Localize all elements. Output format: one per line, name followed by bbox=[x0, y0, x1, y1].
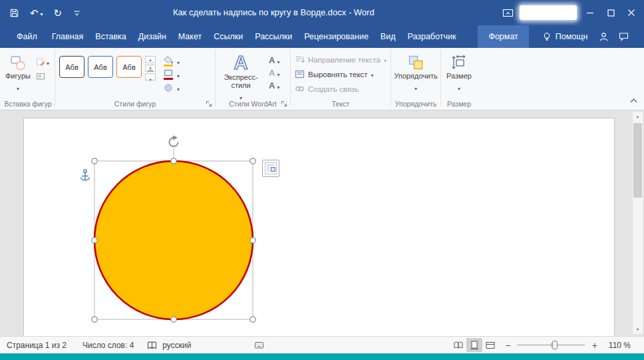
arrange-label: Упорядочить bbox=[394, 72, 437, 80]
selection-handle-s[interactable] bbox=[171, 317, 176, 322]
group-label-shape-styles: Стили фигур bbox=[55, 100, 215, 108]
tab-format-active[interactable]: Формат bbox=[478, 25, 528, 48]
selection-handle-w[interactable] bbox=[92, 238, 97, 243]
tab-references[interactable]: Ссылки bbox=[208, 25, 249, 48]
read-mode-button[interactable] bbox=[450, 338, 466, 352]
word-count[interactable]: Число слов: 4 bbox=[82, 341, 134, 350]
shape-style-gallery: Абв Абв Абв bbox=[59, 53, 142, 93]
chevron-down-icon bbox=[414, 81, 417, 93]
scroll-down-button[interactable] bbox=[633, 325, 643, 334]
size-button[interactable]: Размер bbox=[442, 53, 476, 94]
titlebar-controls bbox=[502, 0, 639, 25]
shape-fill-button[interactable] bbox=[162, 55, 180, 67]
minimize-button[interactable] bbox=[583, 0, 597, 25]
zoom-in-button[interactable]: + bbox=[589, 340, 601, 351]
selection-handle-ne[interactable] bbox=[250, 158, 255, 164]
shape-effects-button[interactable] bbox=[162, 82, 180, 93]
customize-quick-access-button[interactable] bbox=[73, 9, 81, 17]
group-insert-shapes: Фигуры bbox=[1, 48, 55, 110]
selection-handle-se[interactable] bbox=[250, 317, 255, 322]
group-shape-styles: Абв Абв Абв bbox=[55, 48, 215, 110]
web-layout-button[interactable] bbox=[482, 338, 498, 352]
save-button[interactable] bbox=[9, 8, 19, 18]
edit-shape-button[interactable] bbox=[36, 56, 49, 68]
collapse-ribbon-button[interactable] bbox=[630, 94, 637, 106]
text-outline-button[interactable]: А bbox=[269, 67, 279, 79]
shape-selection-overlay bbox=[0, 110, 644, 336]
text-direction-button[interactable]: Направление текста bbox=[295, 53, 391, 66]
gallery-more-button[interactable] bbox=[145, 73, 156, 81]
outline-color-swatch bbox=[164, 78, 173, 80]
shape-circle[interactable] bbox=[94, 161, 253, 319]
person-icon bbox=[599, 32, 609, 42]
text-direction-icon bbox=[295, 55, 305, 64]
shape-style-preview-3[interactable]: Абв bbox=[116, 56, 142, 78]
status-misc-icon[interactable] bbox=[254, 341, 264, 349]
layout-options-button[interactable] bbox=[262, 160, 279, 177]
sign-in-button[interactable] bbox=[593, 25, 613, 48]
shape-style-preview-1[interactable]: Абв bbox=[59, 56, 84, 78]
account-name-redacted bbox=[520, 5, 577, 20]
selection-handle-n[interactable] bbox=[171, 158, 176, 164]
chevron-down-icon bbox=[371, 71, 374, 79]
vertical-scrollbar[interactable] bbox=[633, 112, 643, 334]
tab-home[interactable]: Главная bbox=[46, 25, 90, 48]
maximize-button[interactable] bbox=[603, 0, 618, 25]
text-fill-button[interactable]: А bbox=[269, 55, 279, 66]
redo-icon: ↻ bbox=[54, 8, 63, 18]
wordart-quick-styles-button[interactable]: А Экспресс-стили bbox=[216, 53, 266, 104]
redo-button[interactable]: ↻ bbox=[54, 8, 63, 18]
scrollbar-thumb[interactable] bbox=[633, 123, 642, 198]
selection-handle-sw[interactable] bbox=[92, 317, 97, 322]
gallery-scroll-up-button[interactable] bbox=[145, 56, 156, 63]
chain-link-icon bbox=[295, 85, 305, 93]
group-text: Направление текста Выровнять текст Созда… bbox=[291, 48, 391, 110]
undo-icon: ↶ bbox=[30, 8, 39, 18]
text-outline-icon: А bbox=[269, 69, 275, 77]
proofing-icon[interactable] bbox=[147, 341, 157, 350]
group-label-wordart: Стили WordArt bbox=[216, 100, 290, 108]
group-label-size: Размер bbox=[441, 100, 477, 108]
status-bar: Страница 1 из 2 Число слов: 4 русский bbox=[0, 336, 644, 353]
tell-me-assistant[interactable]: Помощн bbox=[542, 25, 588, 48]
align-text-button[interactable]: Выровнять текст bbox=[295, 68, 391, 81]
read-mode-icon bbox=[454, 341, 463, 349]
scroll-up-button[interactable] bbox=[633, 112, 643, 121]
zoom-out-button[interactable]: − bbox=[502, 340, 514, 351]
paint-bucket-icon bbox=[163, 55, 174, 64]
tab-developer[interactable]: Разработчик bbox=[401, 25, 462, 48]
shape-style-preview-2[interactable]: Абв bbox=[88, 56, 113, 78]
print-layout-button[interactable] bbox=[466, 338, 482, 352]
close-button[interactable] bbox=[624, 0, 639, 25]
zoom-level[interactable]: 110 % bbox=[609, 341, 631, 350]
language-indicator[interactable]: русский bbox=[162, 341, 191, 350]
ribbon-tabs: Файл Главная Вставка Дизайн Макет Ссылки… bbox=[0, 25, 644, 48]
tab-mailings[interactable]: Рассылки bbox=[249, 25, 298, 48]
tab-design[interactable]: Дизайн bbox=[132, 25, 172, 48]
arrange-button[interactable]: Упорядочить bbox=[390, 53, 441, 94]
undo-button[interactable]: ↶ bbox=[30, 7, 43, 19]
tab-layout[interactable]: Макет bbox=[172, 25, 208, 48]
ribbon-display-options-button[interactable] bbox=[502, 8, 514, 18]
create-link-button[interactable]: Создать связь bbox=[295, 83, 391, 95]
share-comment-button[interactable] bbox=[613, 25, 633, 48]
zoom-slider-thumb[interactable] bbox=[552, 341, 558, 349]
zoom-slider[interactable] bbox=[517, 338, 585, 352]
shapes-button[interactable]: Фигуры bbox=[1, 53, 35, 94]
window-title: Как сделать надпись по кругу в Ворде.doc… bbox=[173, 0, 375, 25]
shape-outline-button[interactable] bbox=[162, 69, 180, 80]
draw-text-box-button[interactable] bbox=[36, 72, 49, 81]
rotation-handle[interactable] bbox=[170, 136, 178, 147]
selection-handle-e[interactable] bbox=[250, 238, 255, 243]
text-effects-button[interactable]: А bbox=[269, 80, 279, 91]
selection-handle-nw[interactable] bbox=[92, 158, 97, 164]
tab-view[interactable]: Вид bbox=[375, 25, 402, 48]
text-box-icon bbox=[36, 72, 45, 81]
tab-insert[interactable]: Вставка bbox=[89, 25, 132, 48]
shapes-icon bbox=[10, 55, 26, 71]
tab-file[interactable]: Файл bbox=[8, 25, 46, 48]
tab-review[interactable]: Рецензирование bbox=[298, 25, 375, 48]
align-text-icon bbox=[295, 70, 305, 79]
page-indicator[interactable]: Страница 1 из 2 bbox=[7, 341, 67, 350]
arrange-icon bbox=[408, 55, 424, 71]
